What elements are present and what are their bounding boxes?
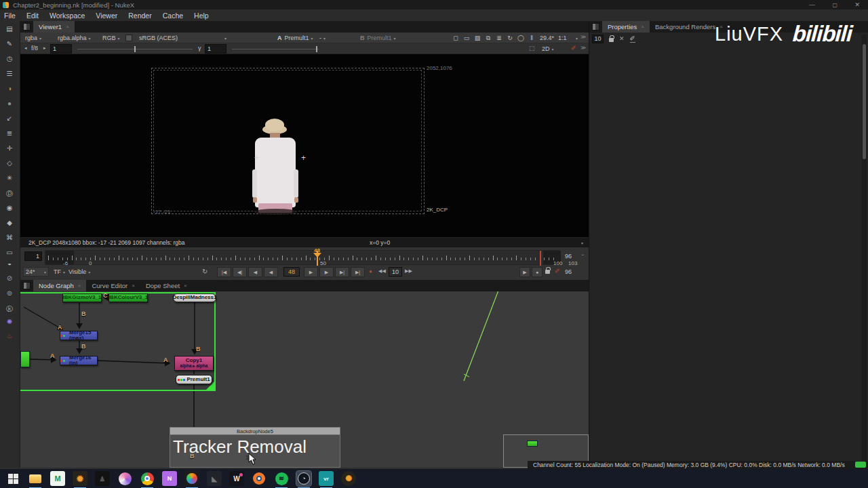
visible-end-value[interactable]: 96: [565, 268, 572, 275]
taskbar-davinci-resolve[interactable]: [184, 471, 199, 486]
gain-next-icon[interactable]: ▸: [43, 45, 46, 51]
minimize-button[interactable]: —: [809, 1, 815, 8]
draw-nodes-icon[interactable]: ✎: [4, 40, 15, 47]
display-channel-dropdown[interactable]: RGB▾: [100, 33, 122, 43]
toolsets-icon[interactable]: ⌘: [4, 234, 15, 241]
panel-scrollbar-thumb[interactable]: [863, 44, 866, 159]
node-premult[interactable]: Premult1: [176, 375, 212, 384]
taskbar-m-app[interactable]: M: [50, 471, 65, 486]
frame-increment-field[interactable]: 10: [389, 267, 402, 277]
tab-close-icon[interactable]: ×: [78, 283, 81, 289]
gain-slider-handle[interactable]: [134, 46, 136, 52]
alpha-dropdown[interactable]: rgba.alpha▾: [56, 33, 93, 43]
tab-viewer1[interactable]: Viewer1 ×: [33, 21, 75, 33]
tab-dope-sheet[interactable]: Dope Sheet×: [140, 280, 193, 291]
range-end-value[interactable]: 96: [565, 253, 572, 260]
step-back-button[interactable]: ◀: [264, 267, 278, 277]
zoom-ratio[interactable]: 1:1: [558, 35, 567, 41]
info-caret-icon[interactable]: ▾: [581, 241, 583, 245]
timeline-mode-dropdown[interactable]: TF▾: [52, 267, 67, 277]
merge-nodes-icon[interactable]: ≣: [4, 129, 15, 137]
caret-icon[interactable]: ▾: [576, 36, 578, 41]
other-nodes-icon[interactable]: ▭: [4, 249, 15, 256]
wipe-dropdown[interactable]: -▾: [317, 33, 328, 43]
maximize-button[interactable]: ▢: [832, 2, 837, 8]
particles-nodes-icon[interactable]: ✳: [4, 174, 15, 182]
taskbar-vrew[interactable]: vr: [319, 471, 334, 486]
timeline-ruler[interactable]: -6 0 50 100 103 48: [45, 250, 560, 265]
roi-icon[interactable]: ⬚: [529, 45, 535, 52]
transform-nodes-icon[interactable]: ✛: [4, 144, 15, 152]
taskbar-chrome[interactable]: [140, 471, 155, 486]
tab-close-icon[interactable]: ×: [641, 24, 644, 30]
channel-nodes-icon[interactable]: ☰: [4, 70, 15, 77]
plugin-furnace-icon[interactable]: ⊘: [4, 274, 15, 282]
range-start-field[interactable]: 1: [24, 251, 42, 261]
channels-dropdown[interactable]: rgba▾: [23, 33, 43, 43]
downrez-icon[interactable]: ▨: [472, 35, 483, 41]
tab-close-icon[interactable]: ×: [66, 24, 69, 30]
gamma-field[interactable]: 1: [205, 44, 226, 54]
prev-keyframe-button[interactable]: ◀|: [233, 267, 247, 277]
menu-file[interactable]: File: [4, 12, 16, 20]
node-copy1[interactable]: Copy1 alpha ▸ alpha: [174, 356, 214, 371]
tab-close-icon[interactable]: ×: [184, 283, 187, 289]
clear-panels-icon[interactable]: ✕: [619, 35, 625, 42]
play-range-icon[interactable]: ▶: [519, 267, 530, 277]
play-backward-button[interactable]: ◀: [248, 267, 262, 277]
update-icon[interactable]: ◯: [515, 35, 526, 41]
gain-prev-icon[interactable]: ◂: [24, 45, 27, 51]
step-forward-button[interactable]: ▶: [304, 267, 318, 277]
tracker-marker-right[interactable]: +: [301, 153, 306, 163]
tab-close-icon[interactable]: ×: [132, 283, 135, 289]
menu-workspace[interactable]: Workspace: [50, 12, 85, 20]
start-button[interactable]: [5, 471, 20, 486]
red-pen-icon[interactable]: ✐: [555, 268, 560, 274]
menu-viewer[interactable]: Viewer: [96, 12, 117, 20]
menu-edit[interactable]: Edit: [26, 12, 39, 20]
taskbar-nuke[interactable]: ✹: [73, 471, 87, 486]
tab-node-graph[interactable]: Node Graph×: [33, 280, 86, 291]
deep-nodes-icon[interactable]: Ⓓ: [4, 189, 15, 199]
menu-cache[interactable]: Cache: [163, 12, 183, 20]
node-partial-green[interactable]: [20, 351, 30, 367]
backdrop-header[interactable]: BackdropNode5: [170, 428, 340, 435]
plugin-sapphire-icon[interactable]: ✺: [4, 318, 15, 325]
clipping-icon[interactable]: ⧉: [483, 35, 494, 42]
taskbar-nuke-alt[interactable]: ✺: [341, 471, 356, 486]
panel-menu-icon[interactable]: [23, 282, 31, 289]
views-nodes-icon[interactable]: ◉: [4, 204, 15, 211]
pause-icon[interactable]: ‖: [526, 35, 537, 41]
plugin-gear-icon[interactable]: ⊚: [4, 289, 15, 297]
gamma-slider-handle[interactable]: [316, 46, 317, 52]
taskbar-obs[interactable]: ◔: [296, 471, 311, 486]
menu-help[interactable]: Help: [194, 12, 209, 20]
taskbar-spotify[interactable]: ≋: [274, 471, 289, 486]
image-nodes-icon[interactable]: ▤: [4, 25, 15, 33]
node-merge15[interactable]: Merge15 (max): [60, 331, 98, 340]
play-button[interactable]: ▶: [319, 267, 334, 277]
refresh-icon[interactable]: ↻: [505, 35, 515, 41]
taskbar-file-explorer[interactable]: [28, 471, 43, 486]
taskbar-dark-app[interactable]: ♟: [95, 471, 110, 486]
max-panels-field[interactable]: 10: [592, 35, 604, 43]
gamma-toggle-icon[interactable]: [125, 35, 132, 41]
keyer-nodes-icon[interactable]: ↙: [4, 115, 15, 122]
next-keyframe-button[interactable]: ▶|: [335, 267, 349, 277]
node-despillmadness[interactable]: DespillMadness1: [173, 293, 216, 302]
flipbook-marker-icon[interactable]: ●: [369, 268, 372, 274]
taskbar-gray-app[interactable]: ◣: [207, 471, 222, 486]
overlay-icon[interactable]: ≣: [494, 35, 505, 41]
plugin-ball-icon[interactable]: ◒: [4, 260, 15, 267]
increment-icon[interactable]: ▶▶: [405, 268, 412, 274]
plugin-keylight-icon[interactable]: ⓚ: [4, 304, 15, 314]
taskbar-purple-app[interactable]: N: [162, 471, 177, 486]
edit-pen-icon[interactable]: ✐: [630, 35, 635, 43]
taskbar-blender[interactable]: [252, 471, 267, 486]
tab-properties[interactable]: Properties×: [602, 21, 650, 33]
taskbar-wacom[interactable]: W: [229, 471, 244, 486]
plugin-flame-icon[interactable]: ♨: [4, 332, 15, 340]
paint-pen-icon[interactable]: ✐: [571, 45, 576, 52]
fps-dropdown[interactable]: 24*▾: [23, 267, 49, 277]
panel-scrollbar-track[interactable]: [862, 35, 867, 468]
